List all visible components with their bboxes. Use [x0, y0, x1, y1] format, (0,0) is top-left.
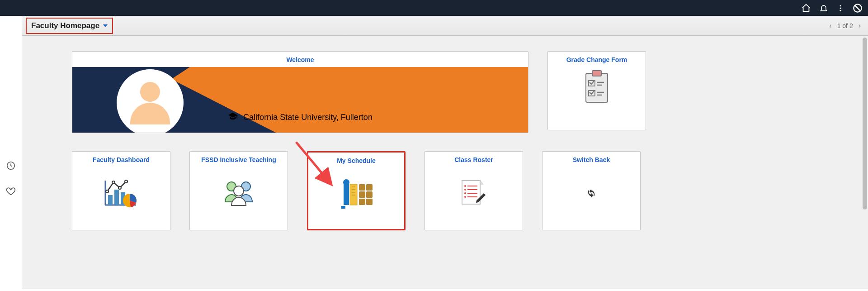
tile-faculty-dashboard[interactable]: Faculty Dashboard	[72, 151, 170, 230]
global-header	[0, 0, 868, 16]
svg-point-24	[125, 180, 127, 183]
svg-point-44	[464, 185, 466, 187]
more-icon[interactable]	[836, 4, 844, 12]
scrollbar[interactable]	[862, 36, 868, 289]
switch-back-icon	[586, 188, 596, 200]
homepage-selector-dropdown[interactable]: Faculty Homepage	[26, 18, 113, 34]
svg-rect-30	[344, 184, 349, 205]
svg-point-48	[464, 192, 466, 194]
tile-welcome: Welcome California State University, Ful…	[72, 51, 528, 133]
svg-point-22	[112, 181, 115, 184]
svg-point-46	[464, 189, 466, 191]
schedule-icon	[337, 178, 375, 210]
welcome-banner: California State University, Fullerton	[72, 67, 528, 133]
page-header-bar: Faculty Homepage ‹ 1 of 2 ›	[22, 16, 868, 36]
svg-rect-38	[366, 184, 373, 191]
tile-my-schedule[interactable]: My Schedule	[307, 151, 406, 230]
tile-switch-back[interactable]: Switch Back	[542, 151, 641, 230]
pager-prev-icon[interactable]: ‹	[829, 22, 831, 30]
content-body: Welcome California State University, Ful…	[22, 36, 868, 289]
roster-document-icon	[460, 179, 487, 210]
tile-title: Class Roster	[454, 152, 493, 167]
people-group-icon	[222, 180, 256, 208]
tile-grade-change[interactable]: Grade Change Form	[547, 51, 646, 130]
svg-rect-42	[366, 199, 373, 205]
svg-rect-37	[359, 184, 365, 191]
svg-rect-40	[366, 191, 373, 198]
tile-title: Grade Change Form	[566, 52, 627, 67]
svg-rect-19	[114, 190, 119, 205]
left-rail	[0, 16, 22, 289]
dashboard-chart-icon	[104, 178, 139, 210]
svg-rect-8	[586, 73, 608, 102]
tile-title: Faculty Dashboard	[93, 152, 150, 167]
institution-label: California State University, Fullerton	[243, 113, 373, 122]
svg-rect-18	[108, 195, 113, 205]
pager-next-icon[interactable]: ›	[859, 22, 861, 30]
svg-rect-31	[341, 206, 345, 209]
homepage-selector-label: Faculty Homepage	[31, 21, 99, 30]
clipboard-icon	[582, 70, 611, 107]
graduation-cap-icon	[228, 111, 238, 124]
tile-title: FSSD Inclusive Teaching	[201, 152, 276, 167]
svg-point-28	[234, 186, 244, 196]
notifications-icon[interactable]	[819, 4, 828, 13]
tile-fssd-inclusive-teaching[interactable]: FSSD Inclusive Teaching	[189, 151, 288, 230]
tile-title: Switch Back	[573, 152, 610, 167]
favorites-icon[interactable]	[6, 186, 16, 198]
pager-text: 1 of 2	[837, 22, 853, 29]
svg-point-21	[106, 190, 108, 193]
svg-point-0	[840, 5, 841, 6]
pager: ‹ 1 of 2 ›	[829, 22, 861, 30]
svg-rect-9	[592, 71, 601, 76]
home-icon[interactable]	[801, 3, 811, 13]
tile-title: Welcome	[286, 52, 314, 67]
tile-class-roster[interactable]: Class Roster	[425, 151, 523, 230]
svg-rect-41	[359, 199, 365, 205]
svg-rect-39	[359, 191, 365, 198]
svg-point-23	[118, 186, 121, 189]
logout-icon[interactable]	[853, 3, 863, 13]
recent-icon[interactable]	[6, 161, 16, 172]
tile-title: My Schedule	[337, 153, 376, 168]
svg-point-50	[464, 196, 466, 198]
chevron-down-icon	[103, 24, 108, 27]
svg-rect-32	[350, 184, 357, 205]
svg-line-4	[855, 5, 861, 11]
scrollbar-thumb[interactable]	[863, 38, 867, 210]
svg-point-2	[840, 10, 841, 11]
svg-point-1	[840, 7, 841, 9]
